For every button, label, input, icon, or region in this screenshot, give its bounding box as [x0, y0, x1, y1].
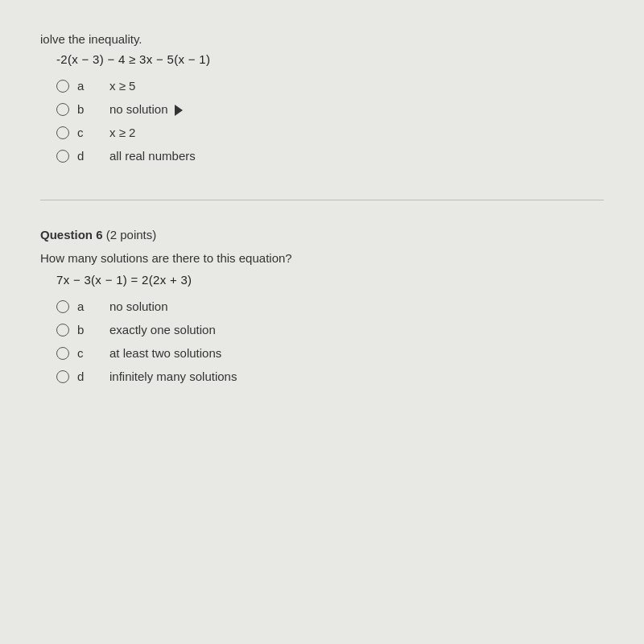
section2-text-a: no solution	[109, 299, 168, 313]
section1-text-c: x ≥ 2	[109, 126, 135, 139]
section2: Question 6 (2 points) How many solutions…	[40, 220, 604, 401]
section1-text-b: no solution	[109, 102, 183, 116]
question6-label: Question 6 (2 points)	[40, 228, 156, 242]
question6-body: How many solutions are there to this equ…	[40, 251, 604, 287]
section1-radio-b[interactable]	[56, 103, 69, 116]
section1-text-d: all real numbers	[109, 149, 196, 163]
section1-option-a: a x ≥ 5	[56, 79, 604, 93]
section-divider	[40, 200, 604, 200]
section1-text-a: x ≥ 5	[109, 79, 135, 93]
section2-option-b: b exactly one solution	[56, 323, 604, 336]
section1-letter-d: d	[77, 149, 93, 163]
question6-prompt: How many solutions are there to this equ…	[40, 251, 604, 265]
section2-options: a no solution b exactly one solution c a…	[56, 299, 604, 383]
section2-radio-b[interactable]	[56, 324, 69, 336]
section2-radio-d[interactable]	[56, 370, 69, 383]
section2-radio-c[interactable]	[56, 347, 69, 360]
section2-letter-a: a	[77, 299, 93, 313]
section2-text-d: infinitely many solutions	[109, 369, 237, 383]
section2-letter-c: c	[77, 346, 93, 360]
section1-option-c: c x ≥ 2	[56, 126, 604, 139]
section1-letter-c: c	[77, 126, 93, 139]
section1: iolve the inequality. -2(x − 3) − 4 ≥ 3x…	[40, 24, 604, 180]
section1-equation: -2(x − 3) − 4 ≥ 3x − 5(x − 1)	[56, 52, 604, 66]
section1-radio-c[interactable]	[56, 126, 69, 139]
section2-option-c: c at least two solutions	[56, 346, 604, 360]
cursor-arrow-icon	[175, 105, 183, 116]
section2-radio-a[interactable]	[56, 300, 69, 313]
section2-text-c: at least two solutions	[109, 346, 221, 360]
section1-option-d: d all real numbers	[56, 149, 604, 163]
section2-text-b: exactly one solution	[109, 323, 216, 336]
section2-option-a: a no solution	[56, 299, 604, 313]
section2-option-d: d infinitely many solutions	[56, 369, 604, 383]
section2-letter-b: b	[77, 323, 93, 336]
page: iolve the inequality. -2(x − 3) − 4 ≥ 3x…	[0, 0, 644, 644]
section1-letter-b: b	[77, 102, 93, 116]
section1-option-b: b no solution	[56, 102, 604, 116]
section2-letter-d: d	[77, 369, 93, 383]
question6-header: Question 6 (2 points)	[40, 228, 604, 242]
instruction-text: iolve the inequality.	[40, 32, 604, 46]
section1-options: a x ≥ 5 b no solution c x ≥ 2 d a	[56, 79, 604, 163]
section1-radio-a[interactable]	[56, 80, 69, 93]
section1-letter-a: a	[77, 79, 93, 93]
section1-radio-d[interactable]	[56, 150, 69, 163]
section2-equation: 7x − 3(x − 1) = 2(2x + 3)	[56, 273, 604, 287]
